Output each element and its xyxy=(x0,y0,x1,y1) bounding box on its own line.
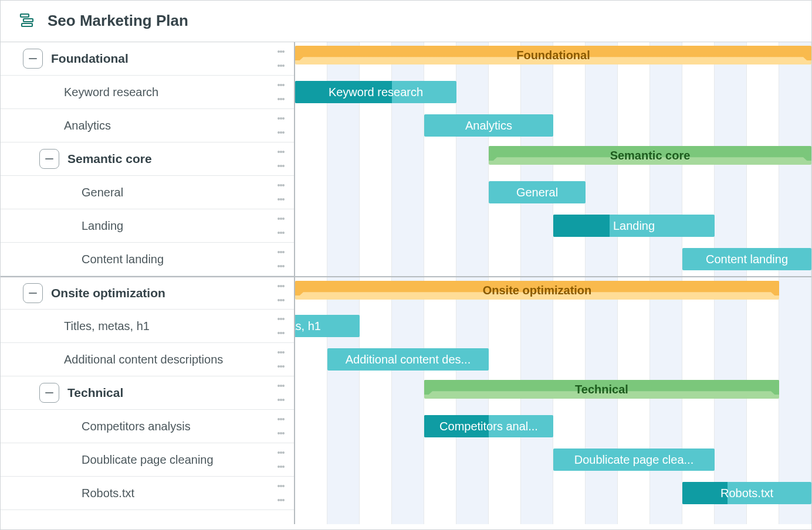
group-bar-semcore[interactable]: Semantic core xyxy=(489,146,811,165)
bar-label: metas, h1 xyxy=(295,320,321,333)
task-bar-dupclean[interactable]: Doublicate page clea... xyxy=(553,449,715,471)
tree-row-dupclean[interactable]: Doublicate page cleaning xyxy=(1,443,294,477)
task-bar-robots[interactable]: Robots.txt xyxy=(682,482,811,504)
timeline-lane: Onsite optimization xyxy=(295,276,811,310)
tree-row-semcore[interactable]: Semantic core xyxy=(1,142,294,176)
row-label: Robots.txt xyxy=(82,487,134,500)
row-label: Analytics xyxy=(64,119,111,132)
bar-label: Onsite optimization xyxy=(483,284,592,297)
tree-row-contentlanding[interactable]: Content landing xyxy=(1,243,294,276)
drag-handle-icon[interactable] xyxy=(278,385,285,401)
bar-label: Content landing xyxy=(706,253,788,266)
tree-row-addcontent[interactable]: Additional content descriptions xyxy=(1,343,294,376)
timeline-lane: Technical xyxy=(295,376,811,410)
task-bar-analytics[interactable]: Analytics xyxy=(424,114,553,137)
timeline-lane: Analytics xyxy=(295,109,811,142)
bar-label: Technical xyxy=(575,383,628,396)
row-label: Landing xyxy=(82,219,123,233)
timeline-lane: Additional content des... xyxy=(295,343,811,376)
gantt-icon xyxy=(18,11,37,30)
row-label: General xyxy=(82,186,123,199)
title-bar: Seo Marketing Plan xyxy=(1,1,811,42)
timeline-lane: Content landing xyxy=(295,243,811,276)
drag-handle-icon[interactable] xyxy=(278,485,285,501)
drag-handle-icon[interactable] xyxy=(278,318,285,334)
app-window: Seo Marketing Plan FoundationalKeyword r… xyxy=(0,0,812,530)
row-label: Foundational xyxy=(51,52,128,66)
task-bar-competitors[interactable]: Competitors anal... xyxy=(424,415,553,437)
timeline-lane: Keyword research xyxy=(295,76,811,109)
bar-label: Analytics xyxy=(465,119,512,132)
svg-rect-2 xyxy=(22,23,32,26)
task-bar-landing[interactable]: Landing xyxy=(553,215,715,237)
timeline-lane: Semantic core xyxy=(295,142,811,176)
tree-row-foundational[interactable]: Foundational xyxy=(1,42,294,76)
drag-handle-icon[interactable] xyxy=(278,285,285,301)
row-label: Keyword research xyxy=(64,86,158,99)
task-bar-kw[interactable]: Keyword research xyxy=(295,81,456,103)
bar-label: Keyword research xyxy=(329,86,423,99)
tree-row-general[interactable]: General xyxy=(1,176,294,209)
row-label: Additional content descriptions xyxy=(64,353,223,366)
group-bar-foundational[interactable]: Foundational xyxy=(295,46,811,64)
drag-handle-icon[interactable] xyxy=(278,251,285,267)
drag-handle-icon[interactable] xyxy=(278,351,285,368)
row-label: Onsite optimization xyxy=(51,286,165,300)
svg-rect-1 xyxy=(23,19,33,22)
timeline-lane: Competitors anal... xyxy=(295,410,811,443)
tree-row-landing[interactable]: Landing xyxy=(1,209,294,243)
tree-row-analytics[interactable]: Analytics xyxy=(1,109,294,142)
collapse-button[interactable] xyxy=(39,149,59,169)
timeline-lane: metas, h1 xyxy=(295,310,811,343)
collapse-button[interactable] xyxy=(23,49,43,69)
tree-row-onsite[interactable]: Onsite optimization xyxy=(1,276,294,310)
timeline-panel: FoundationalKeyword researchAnalyticsSem… xyxy=(295,42,811,524)
row-label: Doublicate page cleaning xyxy=(82,453,214,467)
drag-handle-icon[interactable] xyxy=(278,451,285,468)
task-bar-contentlanding[interactable]: Content landing xyxy=(682,248,811,270)
tree-row-robots[interactable]: Robots.txt xyxy=(1,477,294,510)
group-bar-onsite[interactable]: Onsite optimization xyxy=(295,281,779,300)
timeline-lane: Foundational xyxy=(295,42,811,76)
bar-label: Semantic core xyxy=(610,149,691,162)
svg-rect-0 xyxy=(21,14,29,17)
drag-handle-icon[interactable] xyxy=(278,50,285,67)
row-label: Titles, metas, h1 xyxy=(64,320,150,333)
bar-label: Landing xyxy=(613,219,655,233)
row-label: Semantic core xyxy=(67,152,152,166)
timeline-lane: General xyxy=(295,176,811,209)
bar-label: Additional content des... xyxy=(346,353,471,366)
tree-row-competitors[interactable]: Competitors analysis xyxy=(1,410,294,443)
tree-row-titles[interactable]: Titles, metas, h1 xyxy=(1,310,294,343)
drag-handle-icon[interactable] xyxy=(278,84,285,100)
bar-label: General xyxy=(516,186,558,199)
timeline-rows: FoundationalKeyword researchAnalyticsSem… xyxy=(295,42,811,524)
group-bar-technical[interactable]: Technical xyxy=(424,380,779,399)
tree-row-technical[interactable]: Technical xyxy=(1,376,294,410)
bar-label: Foundational xyxy=(516,49,590,62)
drag-handle-icon[interactable] xyxy=(278,117,285,134)
timeline-lane: Robots.txt xyxy=(295,477,811,510)
drag-handle-icon[interactable] xyxy=(278,418,285,434)
collapse-button[interactable] xyxy=(23,283,43,303)
row-label: Content landing xyxy=(82,253,164,266)
timeline-lane: Doublicate page clea... xyxy=(295,443,811,477)
drag-handle-icon[interactable] xyxy=(278,184,285,201)
row-label: Technical xyxy=(67,386,123,400)
bar-label: Doublicate page clea... xyxy=(574,453,693,467)
task-bar-addcontent[interactable]: Additional content des... xyxy=(327,348,489,371)
timeline-lane: Landing xyxy=(295,209,811,243)
drag-handle-icon[interactable] xyxy=(278,218,285,234)
bar-label: Robots.txt xyxy=(720,487,773,500)
task-bar-titles[interactable]: metas, h1 xyxy=(295,315,360,337)
row-label: Competitors analysis xyxy=(82,420,191,433)
drag-handle-icon[interactable] xyxy=(278,151,285,167)
tree-row-kw[interactable]: Keyword research xyxy=(1,76,294,109)
task-tree: FoundationalKeyword researchAnalyticsSem… xyxy=(1,42,295,524)
collapse-button[interactable] xyxy=(39,383,59,403)
content-body: FoundationalKeyword researchAnalyticsSem… xyxy=(1,42,811,524)
task-bar-general[interactable]: General xyxy=(489,181,586,203)
bar-label: Competitors anal... xyxy=(439,420,538,433)
page-title: Seo Marketing Plan xyxy=(48,12,188,30)
